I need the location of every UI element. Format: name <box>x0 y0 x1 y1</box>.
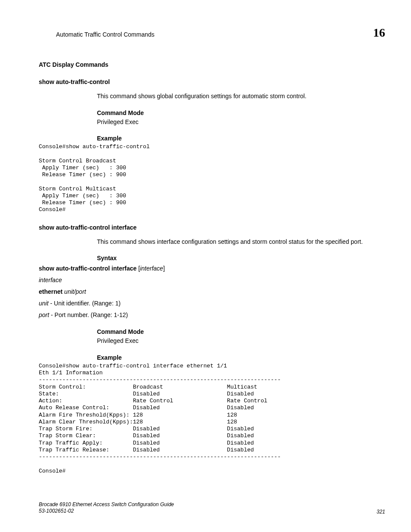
header-title: Automatic Traffic Control Commands <box>39 31 155 38</box>
syntax-cmd-arg: interface <box>140 265 163 272</box>
page-header: Automatic Traffic Control Commands 16 <box>39 26 385 40</box>
syntax-interface-word: interface <box>39 276 385 285</box>
show-atc-desc: This command shows global configuration … <box>97 92 385 101</box>
example-label: Example <box>97 135 385 142</box>
cmd-mode-label: Command Mode <box>97 109 385 116</box>
page: Automatic Traffic Control Commands 16 AT… <box>0 0 411 532</box>
footer-partno: 53-1002651-02 <box>39 508 174 515</box>
port-desc: - Port number. (Range: 1-12) <box>49 311 128 318</box>
cmd-mode-value: Privileged Exec <box>97 118 385 127</box>
syntax-ethernet: ethernet unit/port <box>39 287 385 296</box>
chapter-number: 16 <box>373 26 385 40</box>
footer-pageno: 321 <box>377 509 385 515</box>
unit-desc: - Unit identifier. (Range: 1) <box>49 300 121 307</box>
unit-italic: unit <box>39 300 49 307</box>
syntax-label: Syntax <box>97 255 385 261</box>
example-code-2: Console#show auto-traffic-control interf… <box>39 363 385 475</box>
show-atc-heading: show auto-traffic-control <box>39 78 385 85</box>
syntax-bracket-open: [ <box>137 265 140 272</box>
page-footer: Brocade 6910 Ethernet Access Switch Conf… <box>39 501 385 515</box>
atc-display-heading: ATC Display Commands <box>39 61 385 68</box>
footer-guide: Brocade 6910 Ethernet Access Switch Conf… <box>39 501 174 508</box>
ethernet-args: unit/port <box>62 288 86 295</box>
ethernet-bold: ethernet <box>39 288 62 295</box>
cmd-mode-value-2: Privileged Exec <box>97 337 385 345</box>
syntax-command: show auto-traffic-control interface [int… <box>39 264 385 273</box>
example-code: Console#show auto-traffic-control Storm … <box>39 143 385 214</box>
cmd-mode-label-2: Command Mode <box>97 328 385 335</box>
syntax-port: port - Port number. (Range: 1-12) <box>39 311 385 320</box>
syntax-bracket-close: ] <box>163 265 165 272</box>
syntax-unit: unit - Unit identifier. (Range: 1) <box>39 299 385 308</box>
show-atc-if-heading: show auto-traffic-control interface <box>39 224 385 231</box>
syntax-cmd-bold: show auto-traffic-control interface <box>39 265 137 272</box>
example-label-2: Example <box>97 354 385 361</box>
port-italic: port <box>39 311 49 318</box>
show-atc-if-desc: This command shows interface configurati… <box>97 238 385 246</box>
footer-left: Brocade 6910 Ethernet Access Switch Conf… <box>39 501 174 515</box>
